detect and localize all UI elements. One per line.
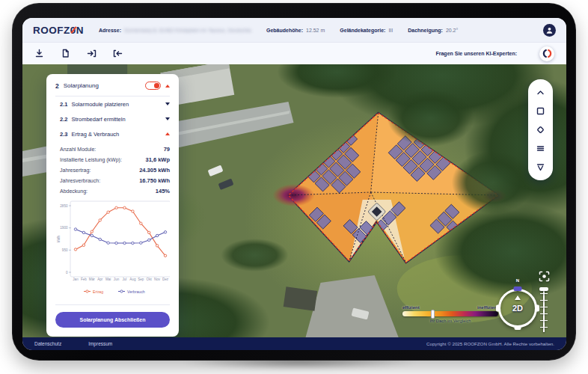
app-header: ROOFZ0N Adresse: Sonnenweg 8, 61462 Köni… — [22, 18, 566, 42]
export-icon[interactable] — [113, 49, 123, 58]
item-label: Ertrag & Verbrauch — [71, 131, 162, 138]
roof-slope-field: Dachneigung: 20.2° — [408, 28, 458, 33]
stat-label: Abdeckung: — [60, 188, 88, 194]
chevron-up-icon[interactable] — [536, 88, 545, 97]
svg-text:Nov: Nov — [154, 278, 161, 281]
stat-label: Anzahl Module: — [60, 147, 96, 152]
rectangle-select-icon[interactable] — [536, 106, 545, 116]
panel-item-power-demand[interactable]: 2.2 Strombedarf ermitteln — [55, 111, 170, 126]
svg-text:Dez: Dez — [162, 278, 169, 281]
privacy-link[interactable]: Datenschutz — [34, 341, 61, 346]
address-label: Adresse: — [99, 28, 121, 33]
copyright-text: Copyright © 2025 ROOFZON GmbH. Alle Rech… — [426, 341, 554, 346]
roof-slope-value: 20.2° — [446, 28, 458, 33]
layers-icon[interactable] — [536, 144, 545, 153]
diamond-select-icon[interactable] — [536, 125, 545, 135]
person-icon — [545, 26, 554, 34]
panel-item-yield-consumption[interactable]: 2.3 Ertrag & Verbrauch — [55, 126, 170, 141]
map-tools — [528, 79, 553, 180]
stat-coverage: Abdeckung: 145% — [60, 186, 170, 197]
file-icon[interactable] — [61, 49, 70, 58]
stat-annual-yield: Jahresertrag: 24.305 kWh — [60, 165, 170, 175]
app-screen: ROOFZ0N Adresse: Sonnenweg 8, 61462 Köni… — [22, 18, 566, 350]
zoom-slider[interactable] — [538, 287, 550, 332]
svg-text:Verbrauch: Verbrauch — [127, 289, 145, 294]
terrain-category-field: Geländekategorie: III — [340, 28, 393, 33]
chevron-up-icon — [165, 85, 170, 88]
building-height-label: Gebäudehöhe: — [266, 28, 303, 33]
building-height-field: Gebäudehöhe: 12.52 m — [266, 28, 325, 33]
stat-installed-power: Installierte Leistung (kWp): 31,6 kWp — [60, 154, 170, 165]
ai-expert-button[interactable] — [539, 46, 554, 61]
stats-list: Anzahl Module: 79 Installierte Leistung … — [60, 144, 170, 197]
measure-icon[interactable] — [536, 162, 545, 172]
solar-planning-toggle[interactable] — [145, 82, 161, 90]
terrain-category-label: Geländekategorie: — [340, 28, 385, 33]
logo-zero-mark: 0 — [70, 25, 76, 36]
roof-slope-label: Dachneigung: — [408, 28, 443, 33]
ai-expert-label: Fragen Sie unseren KI-Experten: — [435, 51, 517, 56]
finish-solar-planning-button[interactable]: Solarplanung Abschließen — [55, 312, 170, 328]
compass-control[interactable]: N 2D — [498, 289, 537, 328]
inefficient-label: ineffizient — [477, 305, 498, 310]
item-label: Strombedarf ermitteln — [71, 116, 162, 123]
yield-consumption-chart: 095019002850kWhJanFebMärAprMaiJunJulAugS… — [55, 198, 170, 298]
stat-label: Jahresverbrauch: — [60, 178, 100, 183]
download-icon[interactable] — [34, 49, 44, 58]
stat-annual-consumption: Jahresverbrauch: 16.750 kWh — [60, 176, 170, 186]
stat-value: 145% — [156, 188, 170, 194]
svg-text:Mär: Mär — [89, 278, 95, 281]
panel-title: Solarplanung — [64, 82, 141, 89]
view-mode-2d-button[interactable]: 2D — [498, 289, 537, 328]
item-number: 2.3 — [60, 131, 67, 138]
zoom-slider-ticks — [540, 293, 548, 329]
terrain-category-value: III — [388, 28, 393, 33]
svg-text:Jul: Jul — [123, 278, 127, 281]
app-footer: Datenschutz Impressum Copyright © 2025 R… — [22, 337, 566, 350]
page: ROOFZ0N Adresse: Sonnenweg 8, 61462 Köni… — [0, 0, 588, 374]
efficiency-gradient-bar[interactable] — [402, 311, 498, 316]
stat-value: 79 — [164, 146, 170, 153]
efficiency-legend: effizient ineffizient Ihr Dach im Vergle… — [402, 305, 498, 323]
svg-text:Jan: Jan — [73, 278, 79, 281]
roofzon-mark-icon — [542, 49, 552, 58]
svg-text:Apr: Apr — [97, 278, 103, 281]
svg-text:950: 950 — [62, 248, 68, 252]
svg-text:Jun: Jun — [114, 278, 120, 281]
svg-text:Mai: Mai — [105, 278, 111, 281]
chevron-down-icon — [165, 117, 170, 120]
svg-text:Okt: Okt — [147, 278, 153, 281]
svg-text:1900: 1900 — [60, 226, 68, 230]
address-field: Adresse: Sonnenweg 8, 61462 Königstein i… — [99, 28, 251, 33]
stat-value: 16.750 kWh — [139, 177, 170, 184]
efficient-label: effizient — [402, 305, 420, 310]
svg-text:2850: 2850 — [60, 204, 68, 208]
user-avatar[interactable] — [543, 24, 556, 37]
item-label: Solarmodule platzieren — [71, 101, 162, 108]
svg-text:0: 0 — [66, 271, 68, 275]
panel-item-place-modules[interactable]: 2.1 Solarmodule platzieren — [55, 96, 170, 111]
solar-planning-panel: 2 Solarplanung 2.1 Solarmodule platziere… — [46, 74, 179, 337]
svg-text:kWh: kWh — [57, 235, 61, 242]
zoom-slider-handle[interactable] — [539, 287, 548, 291]
imprint-link[interactable]: Impressum — [88, 341, 112, 346]
logo-text-pre: ROOFZ — [33, 25, 70, 36]
svg-text:Aug: Aug — [129, 278, 136, 281]
map-canvas[interactable]: 2 Solarplanung 2.1 Solarmodule platziere… — [22, 64, 566, 337]
panel-header[interactable]: 2 Solarplanung — [55, 82, 170, 96]
import-icon[interactable] — [87, 49, 97, 58]
svg-text:Sep: Sep — [138, 278, 144, 281]
efficiency-caption: Ihr Dach im Vergleich — [402, 319, 498, 323]
building-height-value: 12.52 m — [306, 28, 325, 33]
svg-text:Ertrag: Ertrag — [93, 289, 103, 294]
efficiency-slider-handle[interactable] — [431, 310, 435, 319]
chevron-down-icon — [165, 102, 170, 105]
locate-icon[interactable] — [539, 271, 550, 282]
item-number: 2.1 — [60, 101, 67, 108]
logo-text-post: N — [76, 25, 84, 36]
stat-module-count: Anzahl Module: 79 — [60, 144, 170, 154]
svg-text:Feb: Feb — [81, 278, 87, 281]
stat-value: 24.305 kWh — [139, 167, 170, 174]
action-toolbar: Fragen Sie unseren KI-Experten: — [22, 42, 566, 64]
stat-label: Jahresertrag: — [60, 168, 91, 173]
